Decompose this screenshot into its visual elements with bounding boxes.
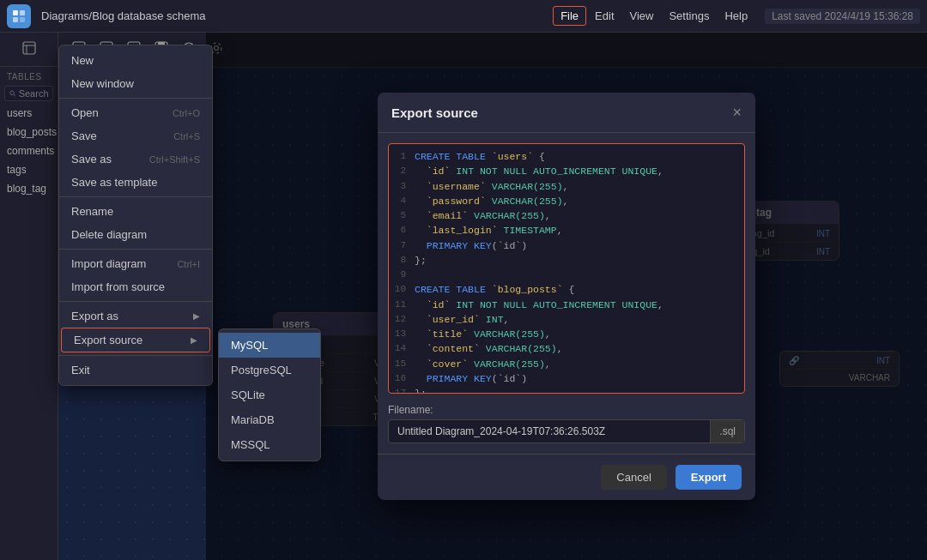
app-title: Diagrams/Blog database schema: [41, 9, 542, 22]
code-line: 5 `email` VARCHAR(255),: [389, 208, 744, 223]
code-line: 9: [389, 268, 744, 282]
divider: [59, 355, 212, 356]
submenu-mssql[interactable]: MSSQL: [219, 432, 320, 457]
code-line: 1CREATE TABLE `users` {: [389, 149, 744, 164]
sidebar-item-blog-posts[interactable]: blog_posts: [0, 123, 58, 142]
submenu-arrow: ▶: [193, 311, 200, 321]
modal-overlay: Export source × 1CREATE TABLE `users` { …: [206, 33, 927, 560]
menu-rename[interactable]: Rename: [59, 200, 212, 223]
menu-file[interactable]: File: [553, 6, 586, 26]
table-list-icon[interactable]: [19, 38, 39, 61]
svg-rect-4: [23, 42, 35, 54]
filename-input[interactable]: [389, 420, 710, 443]
export-source-modal: Export source × 1CREATE TABLE `users` { …: [378, 93, 755, 500]
menu-delete-diagram[interactable]: Delete diagram: [59, 223, 212, 246]
submenu-mysql[interactable]: MySQL: [219, 333, 320, 358]
modal-close-button[interactable]: ×: [732, 105, 742, 120]
menu-save-as[interactable]: Save as Ctrl+Shift+S: [59, 148, 212, 171]
divider: [59, 301, 212, 302]
menu-edit[interactable]: Edit: [588, 7, 621, 25]
menu-exit[interactable]: Exit: [59, 358, 212, 382]
code-line: 4 `password` VARCHAR(255),: [389, 194, 744, 208]
tables-header: Tables: [0, 67, 58, 83]
left-panel: Tables users blog_posts comments tags bl…: [0, 33, 58, 560]
filename-input-row: .sql: [388, 419, 745, 443]
menu-export-source[interactable]: Export source ▶ MySQL PostgreSQL SQLite …: [61, 328, 210, 352]
svg-rect-1: [20, 10, 25, 15]
code-line: 13 `title` VARCHAR(255),: [389, 327, 744, 341]
code-line: 16 PRIMARY KEY(`id`): [389, 371, 744, 386]
sidebar-item-comments[interactable]: comments: [0, 142, 58, 160]
divider: [59, 98, 212, 99]
code-line: 2 `id` INT NOT NULL AUTO_INCREMENT UNIQU…: [389, 164, 744, 178]
menu-new-window[interactable]: New window: [59, 72, 212, 95]
submenu-postgresql[interactable]: PostgreSQL: [219, 358, 320, 382]
sidebar-item-users[interactable]: users: [0, 104, 58, 123]
menu-import-source[interactable]: Import from source: [59, 275, 212, 298]
code-line: 12 `user_id` INT,: [389, 312, 744, 327]
app-logo: [7, 4, 31, 28]
menu-new[interactable]: New: [59, 49, 212, 72]
tables-section: Tables users blog_posts comments tags bl…: [0, 67, 58, 560]
code-line: 11 `id` INT NOT NULL AUTO_INCREMENT UNIQ…: [389, 298, 744, 312]
code-line: 15 `cover` VARCHAR(255),: [389, 357, 744, 371]
menu-settings[interactable]: Settings: [662, 7, 716, 25]
panel-top: [0, 33, 58, 67]
menu-open[interactable]: Open Ctrl+O: [59, 101, 212, 124]
file-dropdown-menu: New New window Open Ctrl+O Save Ctrl+S S…: [58, 45, 213, 386]
divider: [59, 249, 212, 250]
code-line: 3 `username` VARCHAR(255),: [389, 179, 744, 194]
search-icon: [9, 89, 16, 98]
search-input[interactable]: [19, 88, 48, 99]
code-line: 10CREATE TABLE `blog_posts` {: [389, 282, 744, 297]
svg-rect-0: [13, 10, 18, 15]
menu-bar: File Edit View Settings Help: [553, 6, 754, 26]
code-editor: 1CREATE TABLE `users` { 2 `id` INT NOT N…: [388, 143, 745, 394]
submenu-mariadb[interactable]: MariaDB: [219, 407, 320, 432]
menu-save-template[interactable]: Save as template: [59, 171, 212, 194]
modal-header: Export source ×: [378, 93, 755, 133]
save-status: Last saved 2024/4/19 15:36:28: [765, 9, 920, 24]
search-row: [4, 86, 53, 101]
code-lines: 1CREATE TABLE `users` { 2 `id` INT NOT N…: [389, 144, 744, 393]
sidebar-item-blog-tag[interactable]: blog_tag: [0, 179, 58, 198]
cancel-button[interactable]: Cancel: [601, 465, 666, 490]
svg-rect-3: [20, 17, 25, 22]
code-line: 14 `content` VARCHAR(255),: [389, 341, 744, 356]
submenu-arrow: ▶: [191, 335, 197, 345]
filename-ext: .sql: [710, 420, 744, 443]
code-line: 8};: [389, 253, 744, 268]
modal-footer: Cancel Export: [378, 454, 755, 500]
filename-label: Filename:: [388, 404, 745, 416]
filename-section: Filename: .sql: [378, 404, 755, 454]
menu-export-as[interactable]: Export as ▶: [59, 304, 212, 328]
export-button[interactable]: Export: [676, 465, 742, 490]
code-line: 6 `last_login` TIMESTAMP,: [389, 223, 744, 238]
svg-line-8: [14, 94, 15, 96]
submenu-sqlite[interactable]: SQLite: [219, 382, 320, 407]
code-line: 7 PRIMARY KEY(`id`): [389, 238, 744, 253]
code-line: 17};: [389, 386, 744, 394]
modal-title: Export source: [391, 105, 478, 120]
svg-rect-2: [13, 17, 18, 22]
menu-save[interactable]: Save Ctrl+S: [59, 124, 212, 148]
menu-view[interactable]: View: [623, 7, 661, 25]
svg-point-7: [10, 91, 15, 95]
export-source-submenu: MySQL PostgreSQL SQLite MariaDB MSSQL: [218, 328, 321, 461]
sidebar-item-tags[interactable]: tags: [0, 160, 58, 179]
menu-import-diagram[interactable]: Import diagram Ctrl+I: [59, 252, 212, 275]
title-bar: Diagrams/Blog database schema File Edit …: [0, 0, 927, 33]
menu-help[interactable]: Help: [718, 7, 754, 25]
divider: [59, 196, 212, 197]
